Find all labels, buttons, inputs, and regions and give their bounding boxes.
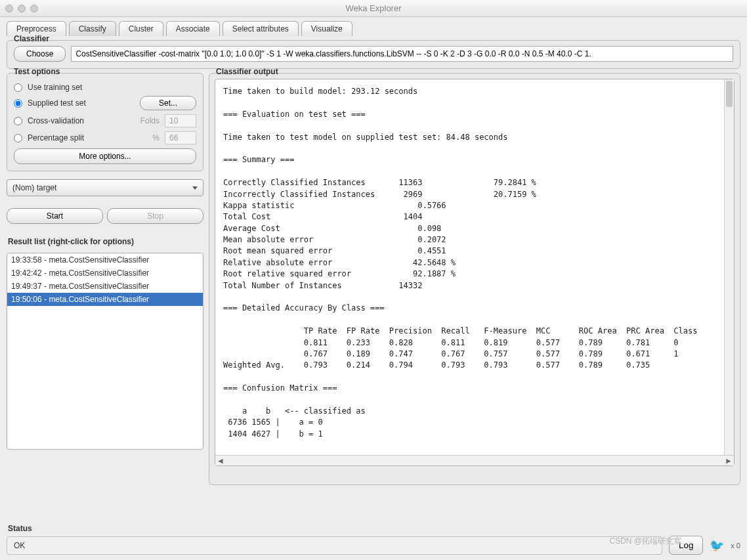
tab-cluster[interactable]: Cluster [119,21,163,36]
label-split: Percentage split [28,133,131,142]
folds-input[interactable] [165,114,196,127]
status-text: OK [7,536,662,555]
classifier-output-legend: Classifier output [215,67,280,76]
result-list[interactable]: 19:33:58 - meta.CostSensitiveClassifier … [7,253,203,450]
stop-button[interactable]: Stop [107,208,203,224]
window-title: Weka Explorer [0,3,747,13]
tab-classify[interactable]: Classify [69,21,116,36]
test-options-panel: Test options Use training set Supplied t… [7,73,203,171]
class-attribute-combo[interactable]: (Nom) target [7,179,203,196]
radio-supplied-test-set[interactable] [14,99,22,108]
radio-cross-validation[interactable] [14,117,22,125]
scroll-right-icon[interactable]: ► [725,457,733,465]
radio-use-training[interactable] [14,83,22,92]
tab-bar: Preprocess Classify Cluster Associate Se… [0,17,747,36]
classifier-panel: Classifier Choose [7,40,740,69]
horizontal-scrollbar[interactable]: ◄ ► [215,455,734,465]
log-button[interactable]: Log [669,536,703,555]
tab-select-attributes[interactable]: Select attributes [223,21,299,36]
list-item[interactable]: 19:33:58 - meta.CostSensitiveClassifier [7,253,203,267]
tab-visualize[interactable]: Visualize [301,21,352,36]
label-use-training: Use training set [28,83,196,92]
classifier-output-panel: Classifier output Time taken to build mo… [209,73,740,485]
result-list-legend: Result list (right-click for options) [8,237,202,246]
set-button[interactable]: Set... [140,96,196,110]
label-supplied: Supplied test set [28,98,135,108]
status-legend: Status [8,524,740,533]
class-attribute-label: (Nom) target [12,183,56,192]
radio-percentage-split[interactable] [14,134,22,142]
start-button[interactable]: Start [7,208,103,224]
test-options-legend: Test options [12,67,61,76]
list-item[interactable]: 19:50:06 - meta.CostSensitiveClassifier [7,293,203,306]
list-item[interactable]: 19:49:37 - meta.CostSensitiveClassifier [7,280,203,293]
tab-associate[interactable]: Associate [166,21,220,36]
label-percent: % [136,133,160,142]
weka-bird-icon: 🐦 [710,538,724,553]
status-panel: Status OK Log 🐦 x 0 [0,520,747,560]
titlebar: Weka Explorer [0,0,747,17]
label-cv: Cross-validation [28,116,131,125]
split-input[interactable] [165,131,196,144]
scroll-left-icon[interactable]: ◄ [217,457,224,465]
more-options-button[interactable]: More options... [14,148,196,164]
chevron-down-icon [192,186,198,190]
status-x0: x 0 [731,542,740,549]
classifier-legend: Classifier [12,34,51,43]
label-folds: Folds [136,116,160,125]
scroll-thumb[interactable] [726,81,733,107]
classifier-config-input[interactable] [71,46,733,62]
classifier-output-text[interactable]: Time taken to build model: 293.12 second… [215,79,734,455]
list-item[interactable]: 19:42:42 - meta.CostSensitiveClassifier [7,267,203,280]
choose-button[interactable]: Choose [14,46,66,62]
output-box: Time taken to build model: 293.12 second… [215,79,735,466]
vertical-scrollbar[interactable] [724,79,734,455]
